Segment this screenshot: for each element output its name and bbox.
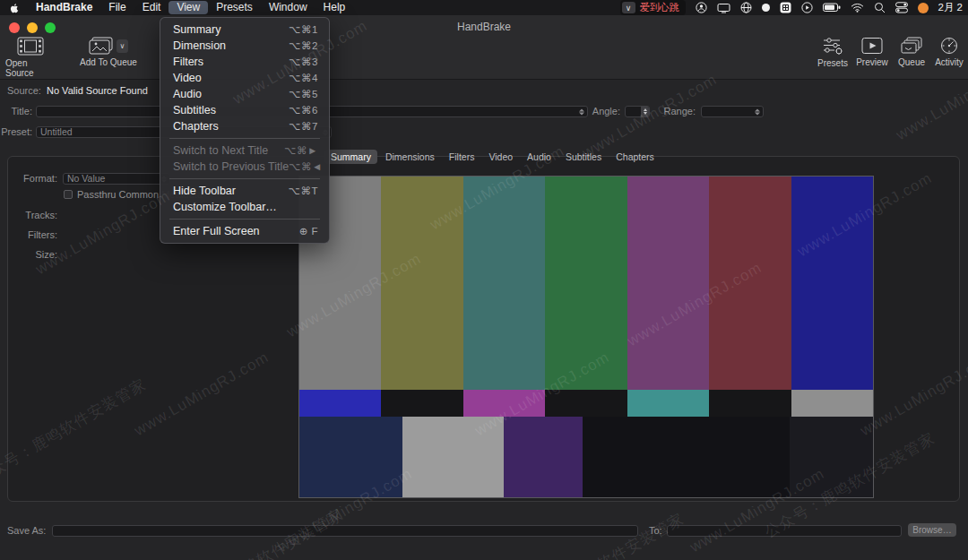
traffic-lights <box>9 22 56 33</box>
add-to-queue-label: Add To Queue <box>80 57 137 67</box>
tab-filters[interactable]: Filters <box>443 150 481 164</box>
play-status-icon[interactable] <box>801 2 813 14</box>
assistant-icon[interactable] <box>696 2 707 14</box>
menu-item-filters[interactable]: Filters⌥⌘3 <box>160 54 329 70</box>
menu-item-video[interactable]: Video⌥⌘4 <box>160 70 329 86</box>
popup-arrows-icon <box>579 108 584 115</box>
queue-button[interactable]: Queue <box>893 37 930 67</box>
queue-label: Queue <box>898 57 925 67</box>
view-menu: Summary⌥⌘1 Dimension⌥⌘2 Filters⌥⌘3 Video… <box>160 17 330 244</box>
menu-item-customize-toolbar[interactable]: Customize Toolbar… <box>160 199 329 215</box>
color-bar <box>545 390 627 417</box>
menu-item-shortcut: ⌥⌘4 <box>289 72 318 84</box>
presets-button[interactable]: Presets <box>814 37 851 68</box>
tracks-label: Tracks: <box>0 210 57 221</box>
close-button[interactable] <box>9 22 20 33</box>
activity-label: Activity <box>935 57 964 67</box>
zoom-button[interactable] <box>45 22 56 33</box>
color-bar <box>463 390 545 417</box>
preset-label: Preset: <box>0 126 32 138</box>
color-bar <box>791 177 873 390</box>
control-center-icon[interactable] <box>895 2 908 14</box>
angle-stepper[interactable] <box>625 106 650 117</box>
menu-item-chapters[interactable]: Chapters⌥⌘7 <box>160 118 329 134</box>
tab-chapters[interactable]: Chapters <box>609 150 661 164</box>
presets-label: Presets <box>817 58 848 68</box>
battery-icon[interactable] <box>823 2 841 14</box>
menu-item-label: Filters <box>173 56 203 68</box>
menu-item-label: Enter Full Screen <box>173 225 260 237</box>
input-source-icon[interactable] <box>780 2 791 14</box>
menu-item-label: Customize Toolbar… <box>173 201 277 213</box>
globe-icon[interactable] <box>740 2 752 14</box>
menu-item-label: Hide Toolbar <box>173 185 236 197</box>
menu-item-enter-full-screen[interactable]: Enter Full Screen⊕ F <box>160 223 329 239</box>
menubar-item-presets[interactable]: Presets <box>208 1 261 14</box>
menu-item-subtitles[interactable]: Subtitles⌥⌘6 <box>160 102 329 118</box>
menubar-clock[interactable]: 2月 2 <box>938 1 964 14</box>
tab-dimensions[interactable]: Dimensions <box>379 150 441 164</box>
menu-item-summary[interactable]: Summary⌥⌘1 <box>160 22 329 38</box>
menu-item-audio[interactable]: Audio⌥⌘5 <box>160 86 329 102</box>
save-as-input[interactable] <box>52 525 638 537</box>
open-source-label: Open Source <box>5 58 56 78</box>
dot-status-icon[interactable] <box>762 2 770 14</box>
menu-item-dimension[interactable]: Dimension⌥⌘2 <box>160 38 329 54</box>
menubar: HandBrake File Edit View Presets Window … <box>0 0 968 15</box>
open-source-button[interactable]: Open Source <box>5 37 56 78</box>
title-label: Title: <box>0 106 32 117</box>
filters-label: Filters: <box>0 229 57 241</box>
app-avatar-icon[interactable] <box>918 2 929 14</box>
menubar-item-edit[interactable]: Edit <box>134 1 169 14</box>
menubar-item-help[interactable]: Help <box>315 1 354 14</box>
menu-item-label: Video <box>173 72 202 84</box>
preview-button[interactable]: Preview <box>853 37 891 67</box>
tab-audio[interactable]: Audio <box>521 150 557 164</box>
menu-item-label: Summary <box>173 23 220 36</box>
format-popup[interactable]: No Value <box>63 173 170 185</box>
color-bar <box>709 177 791 390</box>
search-icon[interactable] <box>874 2 886 14</box>
minimize-button[interactable] <box>27 22 38 33</box>
activity-button[interactable]: Activity <box>930 37 968 67</box>
menubar-left: HandBrake File Edit View Presets Window … <box>5 1 353 14</box>
lyric-widget[interactable]: ∨ 爱到心跳 <box>620 0 686 15</box>
display-icon[interactable] <box>717 2 730 14</box>
color-bar <box>299 390 381 417</box>
menu-item-shortcut: ⌥⌘1 <box>289 23 318 36</box>
menu-item-shortcut: ⌥⌘► <box>284 144 318 157</box>
menubar-item-file[interactable]: File <box>100 1 134 14</box>
menubar-item-view[interactable]: View <box>169 1 208 14</box>
menubar-item-handbrake[interactable]: HandBrake <box>28 1 100 14</box>
menu-item-hide-toolbar[interactable]: Hide Toolbar⌥⌘T <box>160 183 329 199</box>
menubar-item-window[interactable]: Window <box>261 1 315 14</box>
activity-icon <box>939 37 959 55</box>
menu-separator <box>169 219 320 220</box>
destination-input[interactable] <box>667 525 902 537</box>
tab-subtitles[interactable]: Subtitles <box>559 150 608 164</box>
add-to-queue-dropdown-chevron[interactable]: ∨ <box>117 39 128 53</box>
angle-label: Angle: <box>588 106 620 117</box>
menu-item-shortcut: ⌥⌘6 <box>289 104 318 116</box>
apple-menu[interactable] <box>5 2 28 14</box>
range-label: Range: <box>663 106 696 117</box>
queue-icon <box>901 37 922 55</box>
menu-item-switch-previous-title: Switch to Previous Title⌥⌘◄ <box>160 159 329 175</box>
tab-summary[interactable]: Summary <box>324 150 377 164</box>
format-value: No Value <box>67 173 105 184</box>
menu-separator <box>169 178 320 179</box>
wifi-icon[interactable] <box>851 2 864 14</box>
chevron-down-icon[interactable]: ∨ <box>622 2 635 13</box>
menu-item-shortcut: ⌥⌘◄ <box>289 160 323 173</box>
preset-value: Untitled <box>40 126 73 137</box>
tab-video[interactable]: Video <box>482 150 519 164</box>
browse-button[interactable]: Browse… <box>908 523 956 537</box>
presets-icon <box>822 37 843 56</box>
add-to-queue-button[interactable]: ∨ Add To Queue <box>75 37 142 67</box>
menu-item-label: Switch to Previous Title <box>173 160 289 173</box>
color-bar <box>463 177 545 390</box>
passthru-checkbox[interactable] <box>64 190 73 199</box>
popup-arrows-icon <box>755 108 760 115</box>
range-popup[interactable] <box>701 106 764 117</box>
stepper-arrows-icon[interactable] <box>641 107 649 116</box>
